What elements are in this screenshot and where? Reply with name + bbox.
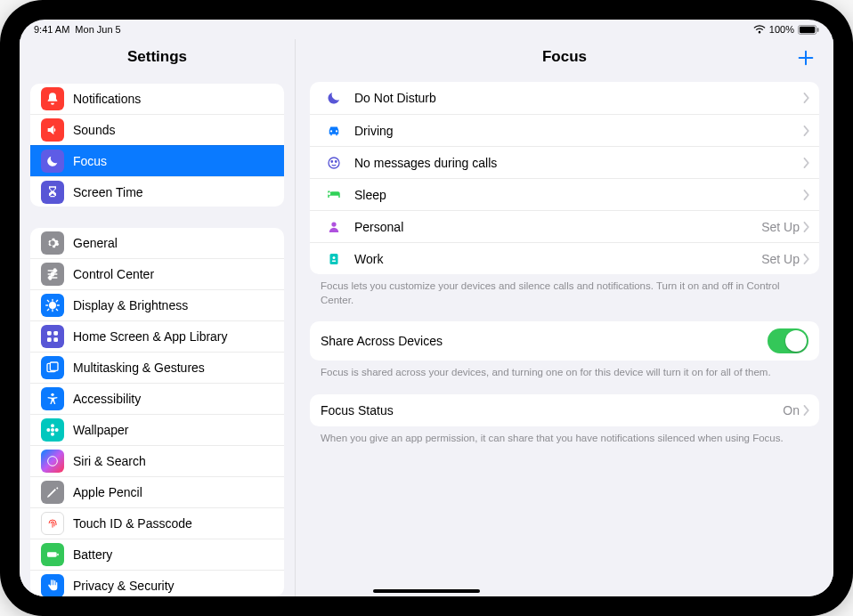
sidebar-item-focus[interactable]: Focus xyxy=(30,145,284,176)
sidebar-item-label: Sounds xyxy=(73,123,273,137)
focus-row-personal[interactable]: Personal Set Up xyxy=(310,210,819,242)
svg-point-9 xyxy=(51,393,53,395)
status-group-footer: When you give an app permission, it can … xyxy=(321,432,808,446)
pencil-icon xyxy=(41,481,64,504)
sidebar-item-sounds[interactable]: Sounds xyxy=(30,114,284,145)
sidebar-item-pencil[interactable]: Apple Pencil xyxy=(30,476,284,507)
sidebar-item-privacy[interactable]: Privacy & Security xyxy=(30,570,284,597)
split-view: Settings Notifications Sounds Focus xyxy=(20,39,833,596)
moon-icon xyxy=(41,150,64,173)
svg-rect-1 xyxy=(800,26,815,32)
setup-label: Set Up xyxy=(761,252,800,266)
share-switch[interactable] xyxy=(768,328,808,353)
sidebar-item-label: Wallpaper xyxy=(73,423,273,437)
focus-row-label: Driving xyxy=(354,124,803,138)
focus-row-work[interactable]: Work Set Up xyxy=(310,242,819,274)
sidebar-item-general[interactable]: General xyxy=(30,228,284,258)
chevron-right-icon xyxy=(803,254,810,264)
sidebar-group-focus: Notifications Sounds Focus Screen Time xyxy=(30,84,284,207)
focus-group-footer: Focus lets you customize your devices an… xyxy=(321,280,808,307)
sidebar-item-label: Focus xyxy=(73,154,273,168)
sidebar-item-accessibility[interactable]: Accessibility xyxy=(30,383,284,414)
focus-row-no-messages[interactable]: No messages during calls xyxy=(310,146,819,178)
chevron-right-icon xyxy=(803,405,810,416)
focus-row-driving[interactable]: Driving xyxy=(310,114,819,146)
sidebar-item-multitasking[interactable]: Multitasking & Gestures xyxy=(30,352,284,383)
status-date: Mon Jun 5 xyxy=(75,24,120,35)
sidebar-item-label: Battery xyxy=(73,547,273,562)
sidebar-group-general: General Control Center Display & Brightn… xyxy=(30,228,284,597)
focus-row-label: Sleep xyxy=(354,188,803,202)
svg-point-15 xyxy=(331,160,333,162)
sidebar-item-label: Privacy & Security xyxy=(73,579,273,593)
rectangles-icon xyxy=(41,356,64,379)
siri-icon xyxy=(41,450,64,473)
svg-rect-5 xyxy=(47,337,52,342)
bell-icon xyxy=(41,87,64,110)
badge-icon xyxy=(321,251,347,267)
sidebar-item-siri[interactable]: Siri & Search xyxy=(30,445,284,476)
share-label: Share Across Devices xyxy=(321,334,443,348)
svg-point-14 xyxy=(329,158,339,168)
sidebar-item-label: Control Center xyxy=(73,267,273,281)
person-icon xyxy=(321,219,347,235)
apps-icon xyxy=(41,325,64,348)
svg-rect-3 xyxy=(47,331,52,336)
svg-point-16 xyxy=(336,160,337,162)
sidebar-item-label: Screen Time xyxy=(73,185,273,199)
battery-icon xyxy=(798,25,819,35)
focus-row-sleep[interactable]: Sleep xyxy=(310,178,819,210)
svg-rect-8 xyxy=(50,362,58,370)
hand-icon xyxy=(41,574,64,597)
focus-modes-group: Do Not Disturb Driving No messages durin… xyxy=(310,82,819,274)
hourglass-icon xyxy=(41,181,64,204)
chevron-right-icon xyxy=(803,93,810,103)
focus-row-label: Personal xyxy=(354,220,761,234)
sidebar-item-screentime[interactable]: Screen Time xyxy=(30,176,284,207)
sidebar-item-homescreen[interactable]: Home Screen & App Library xyxy=(30,320,284,352)
focus-status-row[interactable]: Focus Status On xyxy=(310,394,819,426)
status-time: 9:41 AM xyxy=(34,24,69,35)
detail-title: Focus xyxy=(542,48,587,66)
focus-status-group: Focus Status On xyxy=(310,394,819,426)
svg-point-10 xyxy=(51,428,54,432)
sidebar-item-controlcenter[interactable]: Control Center xyxy=(30,258,284,289)
sidebar-item-touchid[interactable]: Touch ID & Passcode xyxy=(30,507,284,539)
sidebar-item-label: Home Screen & App Library xyxy=(73,329,273,344)
brightness-icon xyxy=(41,294,64,317)
smiley-icon xyxy=(321,155,347,171)
add-focus-button[interactable] xyxy=(794,46,817,69)
focus-status-label: Focus Status xyxy=(321,403,783,417)
speaker-icon xyxy=(41,118,64,142)
svg-rect-12 xyxy=(47,552,57,556)
svg-point-11 xyxy=(48,456,58,466)
sidebar-item-display[interactable]: Display & Brightness xyxy=(30,289,284,320)
battery-icon xyxy=(41,543,64,566)
share-devices-group: Share Across Devices xyxy=(310,321,819,361)
svg-rect-13 xyxy=(57,553,58,555)
car-icon xyxy=(321,123,347,139)
share-across-devices-row[interactable]: Share Across Devices xyxy=(310,321,819,361)
sidebar-title: Settings xyxy=(20,39,295,77)
wifi-icon xyxy=(753,25,766,35)
flower-icon xyxy=(41,418,64,442)
sidebar-item-label: Multitasking & Gestures xyxy=(73,361,273,375)
fingerprint-icon xyxy=(41,512,64,535)
chevron-right-icon xyxy=(803,222,810,232)
sidebar-item-notifications[interactable]: Notifications xyxy=(30,84,284,114)
focus-row-dnd[interactable]: Do Not Disturb xyxy=(310,82,819,114)
status-bar: 9:41 AM Mon Jun 5 100% xyxy=(20,20,833,39)
sidebar-item-label: General xyxy=(73,236,273,250)
screen: 9:41 AM Mon Jun 5 100% Settings xyxy=(20,20,833,596)
share-group-footer: Focus is shared across your devices, and… xyxy=(321,366,808,380)
sidebar-item-label: Apple Pencil xyxy=(73,485,273,499)
svg-point-19 xyxy=(333,256,336,259)
focus-row-label: Work xyxy=(354,252,761,266)
settings-sidebar: Settings Notifications Sounds Focus xyxy=(20,39,296,596)
sidebar-item-label: Touch ID & Passcode xyxy=(73,516,273,531)
home-indicator[interactable] xyxy=(373,589,480,593)
sidebar-item-label: Accessibility xyxy=(73,392,273,406)
sliders-icon xyxy=(41,263,64,286)
sidebar-item-wallpaper[interactable]: Wallpaper xyxy=(30,414,284,445)
sidebar-item-battery[interactable]: Battery xyxy=(30,539,284,570)
